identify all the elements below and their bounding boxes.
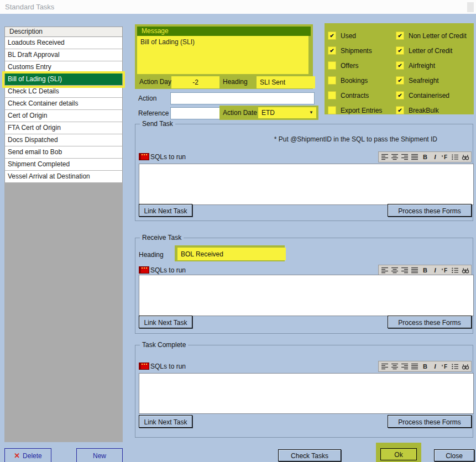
format-toolbar: BIF — [378, 265, 472, 276]
check-tasks-button[interactable]: Check Tasks — [278, 449, 341, 461]
checkbox-label: Offers — [341, 62, 358, 70]
bold-icon[interactable]: B — [421, 266, 429, 275]
receive-task-group-label: Receive Task — [140, 234, 184, 242]
new-button[interactable]: New — [76, 448, 123, 462]
message-body-field[interactable]: Bill of Lading (SLI) — [137, 36, 308, 74]
checkbox-checked-icon[interactable]: ✔ — [396, 106, 404, 114]
justify-icon[interactable] — [411, 266, 419, 275]
list-item[interactable]: Shipment Completed — [4, 159, 123, 171]
checkbox-label: Airfreight — [409, 62, 435, 70]
list-item[interactable]: Check LC Details — [4, 86, 123, 98]
delete-button[interactable]: ✕Delete — [4, 448, 51, 462]
find-icon[interactable] — [461, 153, 469, 161]
checkbox-label: Containerised — [409, 92, 449, 99]
action-input[interactable] — [170, 92, 315, 104]
font-icon[interactable]: F — [441, 363, 449, 371]
delete-x-icon: ✕ — [14, 452, 20, 460]
reference-input[interactable] — [170, 107, 221, 119]
list-item[interactable]: Check Container details — [4, 98, 123, 110]
svg-text:F: F — [444, 267, 447, 274]
align-right-icon[interactable] — [401, 266, 409, 275]
align-right-icon[interactable] — [401, 363, 409, 371]
checkbox-unchecked-icon[interactable] — [328, 91, 336, 99]
list-icon[interactable] — [451, 363, 459, 371]
list-item[interactable]: Vessel Arrival at Destination — [4, 171, 123, 183]
checkbox-checked-icon[interactable]: ✔ — [396, 61, 404, 70]
align-center-icon[interactable] — [390, 266, 399, 275]
list-icon[interactable] — [451, 266, 459, 275]
close-button[interactable]: Close — [434, 449, 474, 461]
receive-heading-input[interactable] — [177, 248, 286, 260]
window-control-button[interactable] — [467, 2, 474, 12]
tasks-listbox: Description Loadouts ReceivedBL Draft Ap… — [4, 27, 123, 442]
ok-button[interactable]: Ok — [380, 448, 417, 460]
list-item[interactable]: FTA Cert of Origin — [4, 122, 123, 134]
message-header: Message — [137, 27, 311, 36]
heading-input[interactable] — [257, 76, 315, 88]
receive-link-next-task-button[interactable]: Link Next Task — [139, 316, 192, 328]
sqls-to-run-label: SQLs to run — [150, 153, 186, 161]
send-task-group-label: Send Task — [140, 120, 175, 128]
checkbox-unchecked-icon[interactable] — [328, 76, 336, 85]
checkbox-checked-icon[interactable]: ✔ — [396, 46, 404, 55]
task-list-rows: Loadouts ReceivedBL Draft ApprovalCustom… — [4, 37, 123, 183]
receive-task-sql-textarea[interactable] — [139, 275, 474, 316]
checkbox-checked-icon[interactable]: ✔ — [396, 32, 404, 40]
send-task-group: Send Task * Put @ShipmentID in the SQL t… — [135, 124, 473, 221]
svg-text:B: B — [423, 154, 427, 160]
list-item[interactable]: Bill of Lading (SLI) — [4, 74, 123, 86]
align-left-icon[interactable] — [380, 363, 389, 371]
list-icon[interactable] — [451, 153, 459, 161]
complete-link-next-task-button[interactable]: Link Next Task — [139, 415, 192, 428]
list-item[interactable]: Docs Dispatched — [4, 134, 123, 146]
task-complete-sql-textarea[interactable] — [139, 373, 474, 414]
align-center-icon[interactable] — [390, 363, 399, 371]
action-days-input[interactable] — [171, 76, 219, 88]
checkbox-row: Offers — [328, 58, 382, 73]
list-item[interactable]: Cert of Origin — [4, 110, 123, 122]
window-title: Standard Tasks — [5, 3, 54, 11]
complete-process-these-forms-button[interactable]: Process these Forms — [388, 415, 472, 428]
find-icon[interactable] — [461, 363, 469, 371]
checkbox-unchecked-icon[interactable] — [328, 61, 336, 70]
align-left-icon[interactable] — [380, 153, 389, 161]
list-item[interactable]: Customs Entry — [4, 61, 123, 74]
align-right-icon[interactable] — [401, 153, 409, 161]
checkbox-checked-icon[interactable]: ✔ — [396, 91, 404, 99]
italic-icon[interactable]: I — [431, 153, 439, 161]
action-days-label: Action Days — [139, 78, 175, 86]
heading-label: Heading — [223, 78, 248, 86]
task-complete-group: Task Complete SQLs to run BIF Link Next … — [135, 345, 473, 438]
svg-text:F: F — [444, 154, 447, 160]
italic-icon[interactable]: I — [431, 266, 439, 275]
bold-icon[interactable]: B — [421, 363, 429, 371]
italic-icon[interactable]: I — [431, 363, 439, 371]
list-item[interactable]: BL Draft Approval — [4, 49, 123, 61]
sql-book-icon — [139, 153, 149, 160]
align-left-icon[interactable] — [380, 266, 389, 275]
action-date-dropdown[interactable]: ETD ▼ — [258, 107, 316, 118]
checkbox-checked-icon[interactable]: ✔ — [396, 76, 404, 85]
send-process-these-forms-button[interactable]: Process these Forms — [388, 204, 472, 217]
justify-icon[interactable] — [411, 153, 419, 161]
svg-text:B: B — [423, 267, 427, 274]
checkbox-unchecked-icon[interactable] — [328, 106, 336, 114]
send-link-next-task-button[interactable]: Link Next Task — [139, 204, 192, 217]
send-task-sql-textarea[interactable] — [139, 164, 474, 205]
checkbox-label: Export Entries — [341, 107, 382, 114]
receive-process-these-forms-button[interactable]: Process these Forms — [388, 316, 472, 328]
font-icon[interactable]: F — [441, 266, 449, 275]
font-icon[interactable]: F — [441, 153, 449, 161]
checkbox-row: ✔Containerised — [396, 88, 467, 103]
justify-icon[interactable] — [411, 363, 419, 371]
list-item[interactable]: Send email to Bob — [4, 146, 123, 159]
find-icon[interactable] — [461, 266, 469, 275]
checkbox-checked-icon[interactable]: ✔ — [328, 32, 336, 40]
checkbox-checked-icon[interactable]: ✔ — [328, 46, 336, 55]
list-item[interactable]: Loadouts Received — [4, 37, 123, 49]
align-center-icon[interactable] — [390, 153, 399, 161]
checkbox-label: Bookings — [341, 77, 368, 85]
task-complete-group-label: Task Complete — [140, 341, 188, 349]
checkbox-row: ✔Letter of Credit — [396, 43, 467, 58]
bold-icon[interactable]: B — [421, 153, 429, 161]
